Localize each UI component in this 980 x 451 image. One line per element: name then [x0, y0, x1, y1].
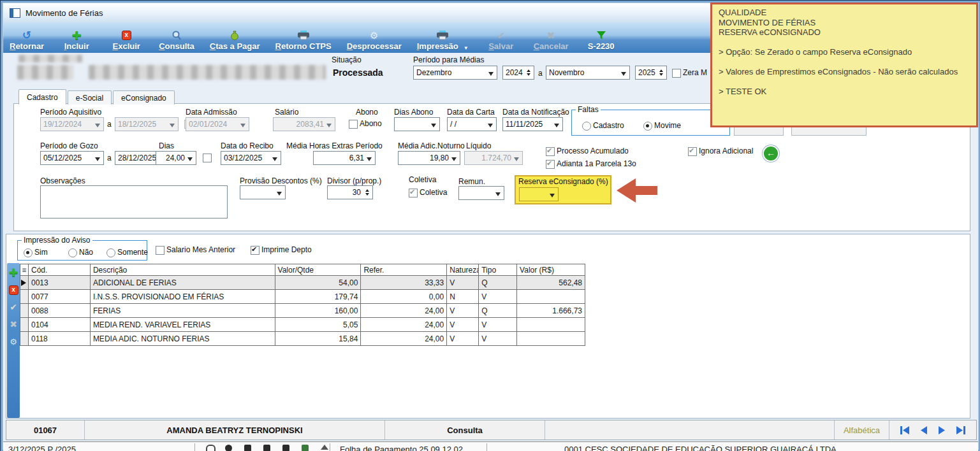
grid-header-tipo[interactable]: Tipo: [479, 264, 517, 276]
grid-header-valor_rs[interactable]: Valor (R$): [517, 264, 585, 276]
cell-refer[interactable]: 0,00: [361, 290, 447, 304]
month-to-select[interactable]: Novembro: [546, 66, 630, 80]
aviso-nao-radio[interactable]: [68, 248, 77, 257]
reserva-select[interactable]: [519, 187, 559, 201]
table-row[interactable]: 0013ADICIONAL DE FERIAS54,0033,33VQ562,4…: [20, 276, 585, 290]
add-row-button[interactable]: ✚: [6, 266, 21, 280]
tab-esocial[interactable]: e-Social: [68, 90, 112, 104]
dias-abono-select[interactable]: [394, 117, 440, 131]
toolbar-button-ctas-a-pagar[interactable]: Ctas a Pagar: [210, 30, 260, 51]
cell-descricao[interactable]: MEDIA ADIC. NOTURNO FERIAS: [91, 332, 275, 346]
toolbar-button-incluir[interactable]: ✚Incluir: [59, 30, 94, 51]
cell-refer[interactable]: 33,33: [361, 276, 447, 290]
cancel-row-button[interactable]: ✖: [6, 317, 21, 331]
processo-acumulado-checkbox[interactable]: [546, 147, 555, 156]
cell-descricao[interactable]: FERIAS: [91, 304, 275, 318]
cell-refer[interactable]: 24,00: [361, 318, 447, 332]
nav-next-icon[interactable]: [937, 426, 946, 434]
cell-tipo[interactable]: V: [479, 318, 517, 332]
toolbar-button-s-2230[interactable]: S-2230: [584, 30, 618, 51]
toolbar-button-retornar[interactable]: ↺Retornar: [10, 30, 44, 51]
bottom-icon[interactable]: [244, 445, 251, 451]
cell-valor_rs[interactable]: 562,48: [517, 276, 585, 290]
faltas-cadastro-radio[interactable]: [582, 122, 591, 131]
cell-natureza[interactable]: V: [447, 332, 479, 346]
cell-natureza[interactable]: V: [447, 276, 479, 290]
tab-econsignado[interactable]: eConsignado: [113, 90, 175, 104]
cell-valor_rs[interactable]: 1.666,73: [517, 304, 585, 318]
cell-valor_qtde[interactable]: 54,00: [275, 276, 362, 290]
grid-header-cod[interactable]: Cód.: [29, 264, 91, 276]
cell-valor_rs[interactable]: [517, 332, 585, 346]
cell-tipo[interactable]: V: [479, 290, 517, 304]
media-adic-noturno-field[interactable]: 19,80: [398, 151, 460, 165]
table-row[interactable]: 0077I.N.S.S. PROVISIONADO EM FÉRIAS179,7…: [20, 290, 585, 304]
bottom-icon[interactable]: [206, 445, 216, 451]
abono-checkbox[interactable]: [349, 120, 358, 129]
provisao-select[interactable]: [240, 185, 286, 199]
grid-header-refer[interactable]: Refer.: [361, 264, 447, 276]
cell-natureza[interactable]: V: [447, 304, 479, 318]
toolbar-button-consulta[interactable]: Consulta: [159, 30, 194, 51]
nav-last-icon[interactable]: [955, 426, 966, 434]
row-settings-button[interactable]: ⚙: [6, 334, 21, 348]
cell-tipo[interactable]: V: [479, 332, 517, 346]
adianta-parcela-checkbox[interactable]: [546, 160, 555, 169]
cell-cod[interactable]: 0088: [29, 304, 91, 318]
cell-natureza[interactable]: N: [447, 290, 479, 304]
toolbar-button-impress-o[interactable]: Impressão▼: [417, 30, 469, 51]
cell-valor_qtde[interactable]: 160,00: [275, 304, 362, 318]
cell-cod[interactable]: 0077: [29, 290, 91, 304]
data-carta-field[interactable]: / /: [447, 117, 497, 131]
dias-checkbox[interactable]: [203, 154, 212, 162]
grid-header-natureza[interactable]: Natureza: [447, 264, 479, 276]
cell-tipo[interactable]: Q: [479, 304, 517, 318]
periodo-gozo-from[interactable]: 05/12/2025: [40, 151, 104, 165]
cell-valor_qtde[interactable]: 5,05: [275, 318, 362, 332]
ignora-adicional-checkbox[interactable]: [688, 147, 697, 156]
table-row[interactable]: 0104MEDIA REND. VARIAVEL FERIAS5,0524,00…: [20, 318, 585, 332]
cell-refer[interactable]: 24,00: [361, 332, 447, 346]
data-recibo-field[interactable]: 03/12/2025: [221, 151, 281, 165]
cell-cod[interactable]: 0104: [29, 318, 91, 332]
salario-mes-anterior-checkbox[interactable]: [156, 246, 165, 255]
cell-valor_qtde[interactable]: 179,74: [275, 290, 362, 304]
toolbar-button-excluir[interactable]: xExcluir: [109, 30, 143, 51]
year-from-stepper[interactable]: 2024: [502, 66, 534, 80]
grid-header-valor_qtde[interactable]: Valor/Qtde: [275, 264, 362, 276]
table-row[interactable]: 0088FERIAS160,0024,00VQ1.666,73: [20, 304, 585, 318]
cell-descricao[interactable]: MEDIA REND. VARIAVEL FERIAS: [91, 318, 275, 332]
coletiva-checkbox[interactable]: [409, 189, 418, 197]
nav-prev-icon[interactable]: [919, 426, 928, 434]
dias-select[interactable]: 24,00: [156, 151, 196, 165]
divisor-stepper[interactable]: 30: [327, 185, 373, 199]
aviso-sim-radio[interactable]: [24, 248, 33, 257]
toolbar-button-retorno-ctps[interactable]: Retorno CTPS: [275, 30, 332, 51]
month-from-select[interactable]: Dezembro: [413, 66, 497, 80]
cell-valor_rs[interactable]: [517, 290, 585, 304]
cell-refer[interactable]: 24,00: [361, 304, 447, 318]
spinner-arrows-icon[interactable]: [525, 68, 532, 78]
cell-cod[interactable]: 0013: [29, 276, 91, 290]
year-to-stepper[interactable]: 2025: [635, 66, 667, 80]
bottom-icon[interactable]: [263, 445, 270, 451]
spinner-arrows-icon[interactable]: [658, 68, 665, 78]
toolbar-button-desprocessar[interactable]: ⚙Desprocessar: [347, 30, 402, 51]
cell-tipo[interactable]: Q: [479, 276, 517, 290]
order-toggle[interactable]: Alfabética: [834, 420, 889, 440]
table-row[interactable]: 0118MEDIA ADIC. NOTURNO FERIAS15,8424,00…: [20, 332, 585, 346]
bottom-icon[interactable]: [282, 445, 289, 451]
cell-descricao[interactable]: ADICIONAL DE FERIAS: [91, 276, 275, 290]
dropdown-arrow-icon[interactable]: ▼: [464, 45, 469, 51]
cell-descricao[interactable]: I.N.S.S. PROVISIONADO EM FÉRIAS: [91, 290, 275, 304]
data-notificacao-field[interactable]: 11/11/2025: [502, 117, 563, 131]
tab-cadastro[interactable]: Cadastro: [18, 89, 66, 104]
cell-valor_rs[interactable]: [517, 318, 585, 332]
delete-row-button[interactable]: x: [6, 283, 21, 297]
nav-first-icon[interactable]: [900, 426, 911, 434]
spinner-arrows-icon[interactable]: [363, 187, 371, 197]
media-horas-extras-field[interactable]: 6,31: [313, 151, 376, 165]
faltas-movimento-radio[interactable]: [643, 122, 652, 131]
grid-header-descricao[interactable]: Descrição: [91, 264, 275, 276]
imprime-depto-checkbox[interactable]: [251, 246, 260, 255]
